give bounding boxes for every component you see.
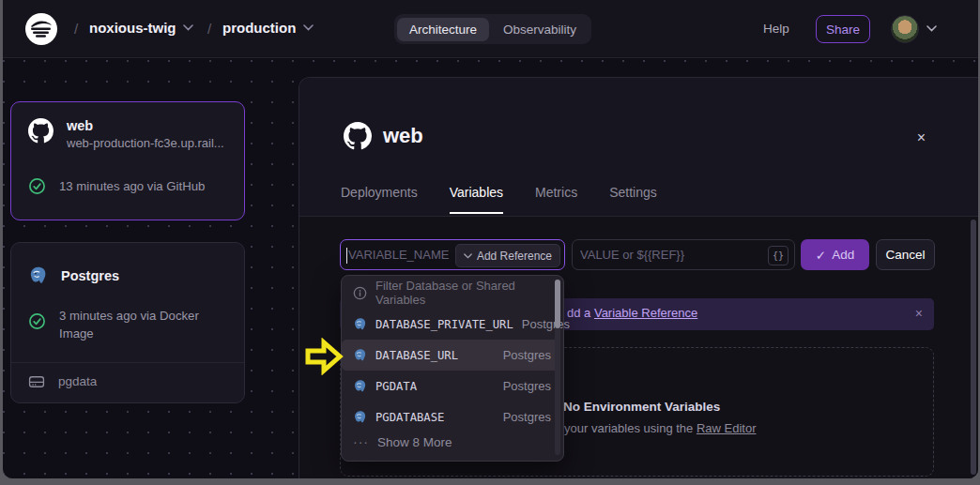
deploy-status: 13 minutes ago via GitHub	[59, 177, 205, 195]
panel-scrollbar-thumb[interactable]	[971, 220, 976, 475]
variable-value-input[interactable]	[573, 248, 794, 262]
account-chevron-down-icon[interactable]	[926, 25, 937, 32]
tab-deployments[interactable]: Deployments	[341, 185, 418, 200]
environment-chevron-down-icon[interactable]	[303, 24, 314, 31]
variable-source: Postgres	[503, 410, 551, 424]
card-divider	[11, 362, 244, 363]
panel-title: web	[383, 124, 423, 148]
deploy-status: 3 minutes ago via Docker Image	[59, 307, 217, 342]
app-window: / noxious-twig / production Architecture…	[3, 0, 978, 478]
screenshot-frame: / noxious-twig / production Architecture…	[0, 0, 980, 485]
dropdown-filter-input[interactable]: Filter Database or Shared Variables	[342, 279, 554, 307]
tab-settings[interactable]: Settings	[609, 185, 657, 200]
empty-subtitle-text: your variables using the	[564, 421, 697, 435]
service-domain[interactable]: web-production-fc3e.up.rail...	[67, 136, 234, 150]
postgres-icon	[353, 379, 367, 393]
dropdown-filter-placeholder: Filter Database or Shared Variables	[375, 279, 554, 307]
user-avatar[interactable]	[891, 15, 919, 43]
cursor-arrow	[304, 338, 344, 375]
view-switcher: Architecture Observability	[394, 14, 591, 44]
banner-close-icon[interactable]: ×	[915, 306, 923, 321]
text-caret	[346, 248, 347, 264]
close-icon[interactable]: ×	[917, 129, 926, 146]
show-more-label: Show 8 More	[377, 435, 452, 449]
deploy-success-icon	[28, 312, 46, 330]
variable-value-field: {}	[572, 239, 795, 270]
show-more-button[interactable]: ··· Show 8 More	[342, 428, 554, 456]
volume-row[interactable]: pgdata	[28, 374, 97, 388]
panel-tabs: Deployments Variables Metrics Settings	[341, 185, 657, 200]
check-icon: ✓	[816, 248, 826, 263]
cancel-button[interactable]: Cancel	[876, 239, 935, 270]
volume-name: pgdata	[58, 374, 97, 388]
banner-text-visible: dd a	[567, 306, 594, 320]
tab-metrics[interactable]: Metrics	[535, 185, 577, 200]
braces-editor-icon[interactable]: {}	[768, 246, 789, 265]
empty-state-subtitle: your variables using the Raw Editor	[564, 421, 757, 435]
panel-header: web × Deployments Variables Metrics Sett…	[299, 78, 978, 217]
variable-name: PGDATA	[375, 380, 417, 393]
dropdown-scrollbar-thumb[interactable]	[555, 280, 560, 328]
add-reference-button[interactable]: Add Reference	[455, 244, 560, 267]
tab-observability[interactable]: Observability	[491, 18, 589, 41]
dropdown-item-database-private-url[interactable]: DATABASE_PRIVATE_URL Postgres	[342, 309, 560, 340]
variable-source: Postgres	[522, 317, 570, 331]
tab-architecture[interactable]: Architecture	[397, 18, 489, 41]
breadcrumb-environment[interactable]: production	[222, 20, 296, 36]
info-icon	[353, 286, 367, 300]
breadcrumb-separator: /	[74, 21, 78, 37]
postgres-icon	[28, 265, 48, 285]
variable-source: Postgres	[503, 379, 551, 393]
banner-text: dd a Variable Reference	[567, 306, 697, 320]
variable-name: PGDATABASE	[375, 411, 444, 424]
variable-reference-dropdown: Filter Database or Shared Variables DATA…	[341, 275, 564, 462]
variable-name-field: Add Reference	[340, 239, 565, 270]
service-card-postgres[interactable]: Postgres 3 minutes ago via Docker Image …	[10, 242, 245, 403]
postgres-icon	[353, 317, 367, 331]
github-icon	[344, 122, 372, 150]
service-name: web	[67, 118, 234, 133]
variable-source: Postgres	[503, 348, 551, 362]
variable-name: DATABASE_PRIVATE_URL	[375, 318, 513, 331]
breadcrumb-project[interactable]: noxious-twig	[89, 20, 176, 36]
service-card-web[interactable]: web web-production-fc3e.up.rail... 13 mi…	[10, 101, 245, 220]
postgres-icon	[353, 348, 367, 362]
deploy-success-icon	[28, 177, 46, 195]
variable-name: DATABASE_URL	[375, 349, 458, 362]
raw-editor-link[interactable]: Raw Editor	[697, 421, 757, 435]
dropdown-item-pgdata[interactable]: PGDATA Postgres	[342, 371, 560, 402]
github-icon	[28, 118, 54, 144]
railway-logo-icon[interactable]	[24, 12, 58, 46]
postgres-icon	[353, 410, 367, 424]
top-navbar: / noxious-twig / production Architecture…	[3, 0, 978, 58]
empty-state-title: No Environment Variables	[563, 400, 720, 414]
project-chevron-down-icon[interactable]	[183, 24, 193, 31]
dropdown-item-database-url[interactable]: DATABASE_URL Postgres	[342, 340, 560, 371]
service-name: Postgres	[61, 268, 119, 283]
add-button-label: Add	[832, 248, 854, 262]
ellipsis-icon: ···	[353, 434, 369, 449]
breadcrumb-separator: /	[207, 21, 211, 37]
variable-reference-link[interactable]: Variable Reference	[594, 306, 697, 320]
help-link[interactable]: Help	[763, 22, 789, 36]
tab-variables[interactable]: Variables	[450, 185, 503, 200]
chevron-down-icon	[464, 253, 472, 259]
add-variable-button[interactable]: ✓ Add	[801, 239, 869, 270]
share-button[interactable]: Share	[816, 15, 870, 43]
volume-icon	[28, 375, 45, 388]
add-reference-label: Add Reference	[477, 250, 552, 263]
